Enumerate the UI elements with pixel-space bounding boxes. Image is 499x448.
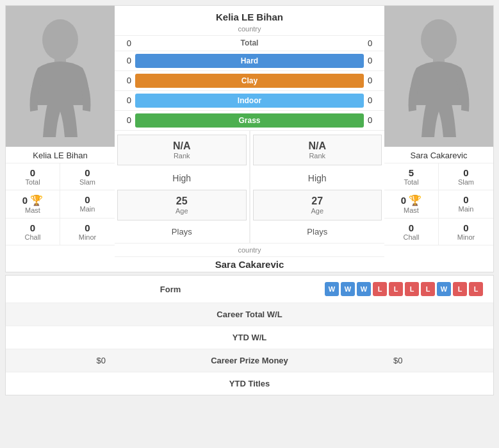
- total-row: 0 Total 0: [115, 36, 384, 51]
- indoor-row: 0 Indoor 0: [115, 91, 384, 111]
- clay-score-left: 0: [119, 76, 131, 85]
- total-score-right: 0: [368, 38, 380, 48]
- left-chall-box: 0 Chall: [6, 219, 60, 245]
- form-loss-badge: L: [453, 282, 467, 296]
- left-total-value: 0: [8, 167, 57, 178]
- indoor-score-right: 0: [368, 95, 380, 105]
- grass-row: 0 Grass 0: [115, 111, 384, 131]
- form-win-badge: W: [437, 282, 451, 296]
- right-total-box: 5 Total: [384, 163, 439, 190]
- center-right-player-name: Sara Cakarevic: [115, 257, 384, 272]
- left-player-column: Kelia LE Bihan 0 Total 0 Slam: [6, 6, 115, 272]
- right-player-stats: 5 Total 0 Slam 0 🏆 Mast: [384, 163, 493, 245]
- hard-score-right: 0: [368, 56, 380, 65]
- right-main-value: 0: [441, 194, 491, 205]
- right-slam-value: 0: [441, 167, 491, 178]
- left-minor-value: 0: [63, 222, 112, 233]
- left-player-stats: 0 Total 0 Slam 0 🏆 Mast: [6, 163, 115, 245]
- hard-score-left: 0: [119, 56, 131, 65]
- left-total-label: Total: [8, 178, 57, 186]
- total-label: Total: [131, 38, 368, 47]
- left-main-box: 0 Main: [60, 190, 115, 219]
- left-rank-box: N/A Rank: [117, 135, 247, 165]
- form-label: Form: [16, 285, 325, 294]
- right-rank-value: N/A: [256, 140, 379, 152]
- form-loss-badge: L: [389, 282, 403, 296]
- form-win-badge: W: [357, 282, 371, 296]
- center-left-player-name: Kelia LE Bihan: [115, 6, 384, 25]
- svg-point-2: [421, 19, 457, 60]
- right-rank-box: N/A Rank: [253, 135, 382, 165]
- right-mast-box: 0 🏆 Mast: [384, 190, 439, 219]
- left-rank-label: Rank: [120, 152, 243, 160]
- left-main-value: 0: [63, 194, 112, 205]
- indoor-score-left: 0: [119, 95, 131, 105]
- left-slam-box: 0 Slam: [60, 163, 115, 190]
- ytd-titles-row: YTD Titles: [6, 372, 493, 395]
- left-mast-value: 0 🏆: [8, 194, 57, 206]
- right-rank-label: Rank: [256, 152, 379, 160]
- form-win-badge: W: [325, 282, 339, 296]
- right-player-name: Sara Cakarevic: [384, 147, 493, 163]
- ytd-wl-label: YTD W/L: [16, 333, 483, 342]
- left-age-box: 25 Age: [117, 190, 247, 220]
- right-silhouette: [404, 15, 474, 137]
- left-player-name: Kelia LE Bihan: [6, 147, 115, 163]
- grass-score-left: 0: [119, 115, 131, 125]
- right-mast-value: 0 🏆: [387, 194, 436, 206]
- right-total-label: Total: [387, 178, 436, 186]
- ytd-wl-row: YTD W/L: [6, 326, 493, 349]
- form-loss-badge: L: [405, 282, 419, 296]
- grass-badge: Grass: [135, 113, 364, 128]
- ytd-titles-label: YTD Titles: [16, 379, 483, 388]
- hard-row: 0 Hard 0: [115, 51, 384, 71]
- right-age-value: 27: [256, 195, 379, 207]
- left-silhouette: [25, 15, 95, 137]
- right-player-photo: [384, 6, 493, 147]
- right-high-text: High: [253, 173, 382, 183]
- right-player-column: Sara Cakarevic 5 Total 0 Slam: [384, 6, 493, 272]
- svg-point-0: [42, 19, 78, 60]
- left-chall-label: Chall: [8, 233, 57, 241]
- right-slam-label: Slam: [441, 178, 491, 186]
- career-prize-right: $0: [380, 356, 483, 365]
- form-loss-badge: L: [469, 282, 483, 296]
- main-wrapper: Kelia LE Bihan 0 Total 0 Slam: [0, 0, 499, 401]
- career-prize-label: Career Prize Money: [119, 356, 380, 365]
- left-player-photo: [6, 6, 115, 147]
- career-total-label: Career Total W/L: [16, 310, 483, 319]
- career-prize-row: $0 Career Prize Money $0: [6, 349, 493, 372]
- right-main-box: 0 Main: [439, 190, 493, 219]
- left-trophy-icon: 🏆: [30, 194, 43, 206]
- left-center-stats: N/A Rank High 25 Age Plays: [115, 131, 250, 243]
- hard-badge: Hard: [135, 54, 364, 68]
- right-minor-box: 0 Minor: [439, 219, 493, 245]
- right-slam-box: 0 Slam: [439, 163, 493, 190]
- right-total-value: 5: [387, 167, 436, 178]
- left-plays-text: Plays: [117, 227, 247, 236]
- total-score-left: 0: [119, 38, 131, 48]
- center-column: Kelia LE Bihan country 0 Total 0 0 Hard …: [115, 6, 384, 272]
- right-main-label: Main: [441, 205, 491, 213]
- clay-row: 0 Clay 0: [115, 71, 384, 91]
- indoor-badge: Indoor: [135, 94, 364, 108]
- right-minor-label: Minor: [441, 233, 491, 241]
- form-loss-badge: L: [421, 282, 435, 296]
- left-rank-value: N/A: [120, 140, 243, 152]
- left-high-box: High: [115, 169, 249, 187]
- left-slam-label: Slam: [63, 178, 112, 186]
- right-chall-label: Chall: [387, 233, 436, 241]
- bottom-section: Form WWWLLLLWLL Career Total W/L YTD W/L…: [5, 275, 494, 395]
- center-left-country: country: [115, 25, 384, 36]
- career-prize-left: $0: [16, 356, 119, 365]
- right-age-label: Age: [256, 207, 379, 215]
- left-minor-label: Minor: [63, 233, 112, 241]
- left-main-label: Main: [63, 205, 112, 213]
- left-age-value: 25: [120, 195, 243, 207]
- right-plays-text: Plays: [253, 227, 382, 236]
- right-trophy-icon: 🏆: [409, 194, 421, 206]
- right-plays-box: Plays: [250, 223, 385, 243]
- right-mast-label: Mast: [387, 206, 436, 214]
- grass-score-right: 0: [368, 115, 380, 125]
- form-loss-badge: L: [373, 282, 387, 296]
